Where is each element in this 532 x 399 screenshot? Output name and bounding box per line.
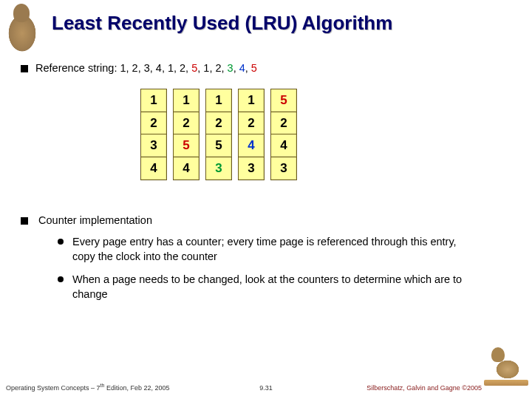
footer-left-b: Edition, Feb 22, 2005 — [104, 384, 169, 392]
frame-col-1: 1 2 5 4 — [173, 89, 200, 179]
cell: 4 — [238, 134, 265, 157]
cell: 3 — [140, 134, 167, 157]
cell: 4 — [140, 157, 167, 180]
frame-table: 1 2 3 4 1 2 5 4 1 2 5 3 1 2 4 3 5 2 4 3 — [140, 89, 297, 179]
sub-bullet-2-text: When a page needs to be changed, look at… — [72, 273, 471, 301]
footer-center: 9.31 — [259, 384, 273, 392]
disc-bullet-icon — [58, 276, 64, 282]
sub-bullet-1-text: Every page entry has a counter; every ti… — [72, 235, 471, 264]
cell: 1 — [205, 89, 232, 112]
ref-blue-4: 4 — [239, 62, 245, 74]
counter-impl-bullet: Counter implementation — [21, 214, 152, 226]
sub-bullet-2: When a page needs to be changed, look at… — [58, 273, 471, 301]
reference-string-text: Reference string: 1, 2, 3, 4, 1, 2, 5, 1… — [35, 62, 257, 74]
cell: 1 — [140, 89, 167, 112]
ref-mid3: , — [245, 62, 251, 74]
cell: 2 — [238, 112, 265, 135]
cell: 4 — [173, 157, 200, 180]
ref-mid2: , — [233, 62, 239, 74]
cell: 5 — [173, 134, 200, 157]
dinosaur-logo-bottom — [485, 347, 526, 384]
cell: 1 — [173, 89, 200, 112]
cell: 3 — [270, 157, 297, 180]
ref-plain: 1, 2, 3, 4, 1, 2, — [120, 62, 191, 74]
cell: 2 — [140, 112, 167, 135]
slide-title: Least Recently Used (LRU) Algorithm — [52, 12, 392, 35]
dinosaur-logo-top — [0, 0, 41, 55]
cell: 5 — [205, 134, 232, 157]
cell: 2 — [173, 112, 200, 135]
square-bullet-icon — [21, 217, 28, 225]
sub-bullet-list: Every page entry has a counter; every ti… — [58, 235, 471, 310]
counter-impl-label: Counter implementation — [38, 214, 152, 226]
frame-col-0: 1 2 3 4 — [140, 89, 167, 179]
reference-string-bullet: Reference string: 1, 2, 3, 4, 1, 2, 5, 1… — [21, 62, 257, 74]
ref-label: Reference string: — [35, 62, 120, 74]
ref-green-3: 3 — [228, 62, 233, 74]
square-bullet-icon — [21, 65, 28, 72]
frame-col-4: 5 2 4 3 — [270, 89, 297, 179]
cell: 5 — [270, 89, 297, 112]
cell: 1 — [238, 89, 265, 112]
cell: 3 — [205, 157, 232, 180]
footer-right: Silberschatz, Galvin and Gagne ©2005 — [366, 384, 482, 392]
frame-col-2: 1 2 5 3 — [205, 89, 232, 179]
disc-bullet-icon — [58, 239, 64, 245]
cell: 4 — [270, 134, 297, 157]
footer-left-a: Operating System Concepts – 7 — [6, 384, 100, 392]
cell: 3 — [238, 157, 265, 180]
frame-col-3: 1 2 4 3 — [238, 89, 265, 179]
cell: 2 — [270, 112, 297, 135]
footer-left: Operating System Concepts – 7th Edition,… — [6, 383, 169, 392]
cell: 2 — [205, 112, 232, 135]
sub-bullet-1: Every page entry has a counter; every ti… — [58, 235, 471, 264]
ref-red-5b: 5 — [251, 62, 257, 74]
ref-mid1: , 1, 2, — [197, 62, 227, 74]
